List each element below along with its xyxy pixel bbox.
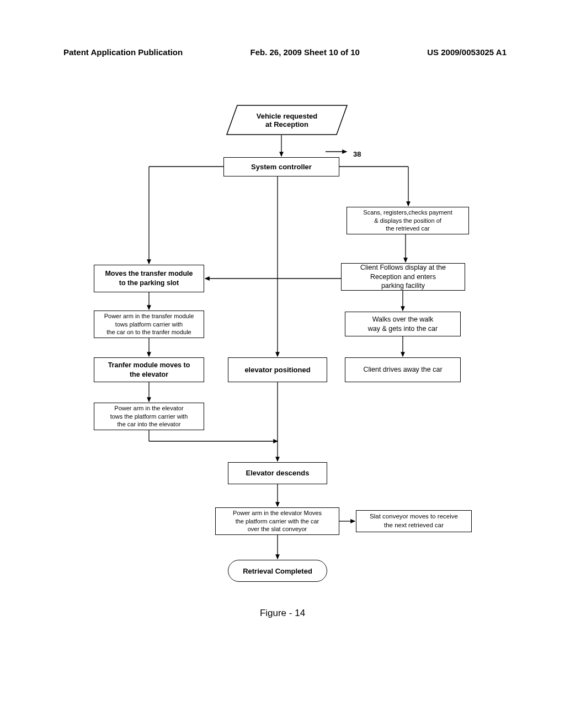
power-arm-slat-node: Power arm in the elevator Moves the plat…	[215, 507, 339, 535]
power-arm-elevator-node: Power arm in the elevator tows the platf…	[94, 403, 204, 430]
start-text: Vehicle requested at Reception	[257, 112, 318, 129]
client-follows-node: Client Follows display at the Reception …	[341, 263, 465, 291]
system-controller-node: System controller	[223, 157, 339, 176]
header-right: US 2009/0053025 A1	[427, 47, 507, 57]
retrieval-complete-node: Retrieval Completed	[228, 560, 327, 582]
flowchart-diagram: Vehicle requested at Reception System co…	[83, 105, 486, 645]
label-38: 38	[353, 150, 361, 158]
figure-caption: Figure - 14	[0, 608, 565, 619]
move-transfer-node: Moves the transfer module to the parking…	[94, 265, 204, 292]
header-left: Patent Application Publication	[63, 47, 183, 57]
walks-node: Walks over the walk way & gets into the …	[345, 312, 461, 336]
elevator-descends-node: Elevator descends	[228, 462, 327, 484]
header-middle: Feb. 26, 2009 Sheet 10 of 10	[250, 47, 359, 57]
slat-conveyor-node: Slat conveyor moves to receive the next …	[356, 510, 472, 532]
elevator-positioned-node: elevator positioned	[228, 357, 327, 382]
start-node: Vehicle requested at Reception	[226, 105, 348, 135]
transfer-elevator-node: Tranfer module moves to the elevator	[94, 357, 204, 382]
scan-node: Scans, registers,checks payment & displa…	[347, 207, 469, 234]
client-drives-node: Client drives away the car	[345, 357, 461, 382]
power-arm-transfer-node: Power arm in the transfer module tows pl…	[94, 311, 204, 338]
